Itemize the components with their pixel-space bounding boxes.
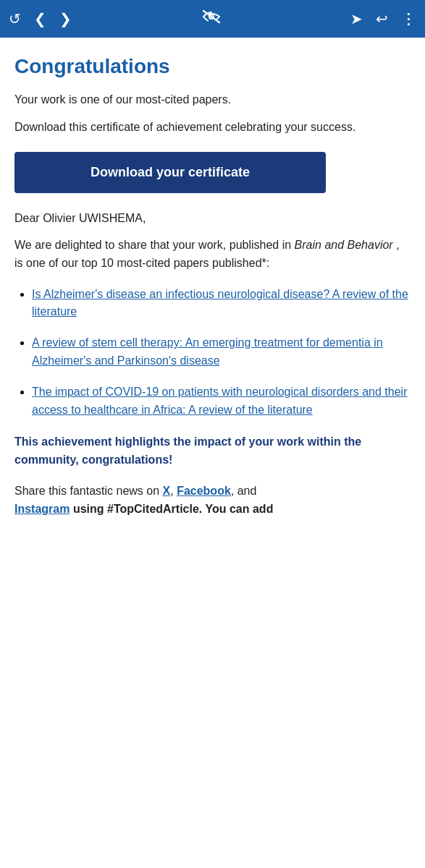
back-icon[interactable]: ↺	[9, 10, 21, 27]
reply-icon[interactable]: ↩	[376, 10, 388, 27]
achievement-text: This achievement highlights the impact o…	[14, 433, 411, 469]
page-title: Congratulations	[14, 55, 411, 78]
share-text: Share this fantastic news on X, Facebook…	[14, 482, 411, 519]
list-item: Is Alzheimer's disease an infectious neu…	[32, 286, 411, 322]
list-item: The impact of COVID-19 on patients with …	[32, 383, 411, 420]
email-content: Congratulations Your work is one of our …	[0, 38, 425, 540]
more-icon[interactable]: ⋮	[401, 10, 416, 27]
salutation: Dear Olivier UWISHEMA,	[14, 212, 411, 225]
share-hashtag: using #TopCitedArticle. You can add	[70, 503, 273, 515]
toolbar: ↺ ❮ ❯ ➤ ↩ ⋮	[0, 0, 425, 38]
forward-icon[interactable]: ➤	[350, 10, 363, 27]
intro-line2: Download this certificate of achievement…	[14, 119, 411, 136]
x-link[interactable]: X	[163, 485, 171, 497]
download-certificate-button[interactable]: Download your certificate	[14, 152, 326, 193]
nav-forward-icon[interactable]: ❯	[59, 10, 72, 27]
papers-list: Is Alzheimer's disease an infectious neu…	[14, 286, 411, 420]
instagram-link[interactable]: Instagram	[14, 503, 70, 515]
share-comma: ,	[170, 485, 177, 497]
toolbar-center	[201, 9, 222, 29]
share-and: , and	[231, 485, 257, 497]
facebook-link[interactable]: Facebook	[177, 485, 231, 497]
paper-link-3[interactable]: The impact of COVID-19 on patients with …	[32, 386, 407, 416]
nav-back-icon[interactable]: ❮	[34, 10, 46, 27]
list-item: A review of stem cell therapy: An emergi…	[32, 334, 411, 370]
body-intro: We are delighted to share that your work…	[14, 237, 411, 273]
share-intro: Share this fantastic news on	[14, 485, 163, 497]
toolbar-left: ↺ ❮ ❯	[9, 10, 72, 27]
eye-slash-icon[interactable]	[201, 9, 222, 29]
paper-link-1[interactable]: Is Alzheimer's disease an infectious neu…	[32, 288, 408, 318]
toolbar-right: ➤ ↩ ⋮	[350, 10, 416, 27]
intro-line1: Your work is one of our most-cited paper…	[14, 91, 411, 109]
paper-link-2[interactable]: A review of stem cell therapy: An emergi…	[32, 336, 383, 367]
